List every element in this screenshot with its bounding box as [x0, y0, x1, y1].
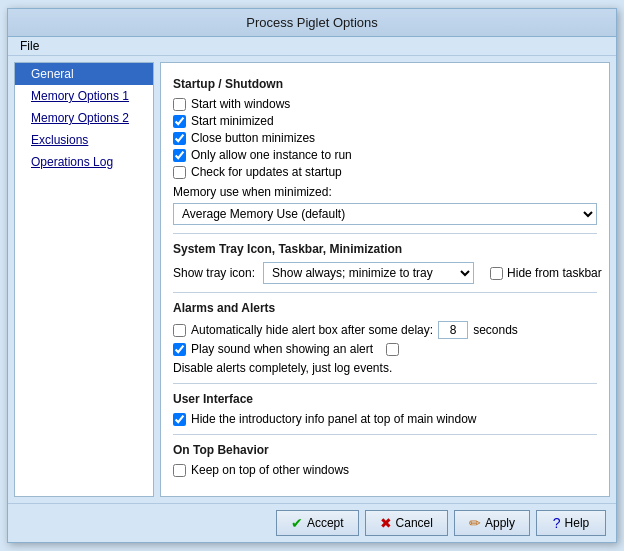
close-button-minimizes-label[interactable]: Close button minimizes: [191, 131, 315, 145]
cancel-label: Cancel: [396, 516, 433, 530]
disable-alerts-checkbox[interactable]: [386, 343, 399, 356]
main-panel: Startup / Shutdown Start with windows St…: [160, 62, 610, 497]
help-label: Help: [565, 516, 590, 530]
memory-use-label: Memory use when minimized:: [173, 185, 597, 199]
check-for-updates-checkbox[interactable]: [173, 166, 186, 179]
only-one-instance-label[interactable]: Only allow one instance to run: [191, 148, 352, 162]
start-minimized-checkbox[interactable]: [173, 115, 186, 128]
checkbox-row-one-instance: Only allow one instance to run: [173, 148, 597, 162]
menu-bar: File: [8, 37, 616, 56]
checkbox-row-check-updates: Check for updates at startup: [173, 165, 597, 179]
menu-file[interactable]: File: [14, 37, 45, 55]
sidebar-item-exclusions[interactable]: Exclusions: [15, 129, 153, 151]
help-button[interactable]: ? Help: [536, 510, 606, 536]
dialog: Process Piglet Options File General Memo…: [7, 8, 617, 543]
checkbox-row-close-button: Close button minimizes: [173, 131, 597, 145]
show-tray-icon-label: Show tray icon:: [173, 266, 255, 280]
disable-alerts-label[interactable]: Disable alerts completely, just log even…: [173, 361, 392, 375]
check-for-updates-label[interactable]: Check for updates at startup: [191, 165, 342, 179]
tray-icon-select[interactable]: Show always; minimize to tray Show alway…: [263, 262, 474, 284]
close-button-minimizes-checkbox[interactable]: [173, 132, 186, 145]
title-bar: Process Piglet Options: [8, 9, 616, 37]
hide-taskbar-row: Hide from taskbar: [490, 266, 597, 280]
system-tray-title: System Tray Icon, Taskbar, Minimization: [173, 242, 597, 256]
sidebar-item-general[interactable]: General: [15, 63, 153, 85]
checkbox-row-start-with-windows: Start with windows: [173, 97, 597, 111]
cancel-button[interactable]: ✖ Cancel: [365, 510, 448, 536]
keep-on-top-row: Keep on top of other windows: [173, 463, 597, 477]
apply-icon: ✏: [469, 515, 481, 531]
keep-on-top-label[interactable]: Keep on top of other windows: [191, 463, 349, 477]
auto-hide-checkbox[interactable]: [173, 324, 186, 337]
apply-label: Apply: [485, 516, 515, 530]
apply-button[interactable]: ✏ Apply: [454, 510, 530, 536]
accept-label: Accept: [307, 516, 344, 530]
divider-1: [173, 233, 597, 234]
auto-hide-row: Automatically hide alert box after some …: [173, 321, 597, 339]
sidebar-item-operations-log[interactable]: Operations Log: [15, 151, 153, 173]
hide-from-taskbar-checkbox[interactable]: [490, 267, 503, 280]
sidebar-item-memory-options-1[interactable]: Memory Options 1: [15, 85, 153, 107]
on-top-title: On Top Behavior: [173, 443, 597, 457]
sidebar-item-memory-options-2[interactable]: Memory Options 2: [15, 107, 153, 129]
divider-2: [173, 292, 597, 293]
bottom-bar: ✔ Accept ✖ Cancel ✏ Apply ? Help: [8, 503, 616, 542]
content-area: General Memory Options 1 Memory Options …: [8, 56, 616, 503]
play-sound-checkbox[interactable]: [173, 343, 186, 356]
auto-hide-label[interactable]: Automatically hide alert box after some …: [191, 323, 433, 337]
accept-button[interactable]: ✔ Accept: [276, 510, 359, 536]
tray-row: Show tray icon: Show always; minimize to…: [173, 262, 597, 284]
startup-shutdown-title: Startup / Shutdown: [173, 77, 597, 91]
cancel-icon: ✖: [380, 515, 392, 531]
keep-on-top-checkbox[interactable]: [173, 464, 186, 477]
seconds-input[interactable]: [438, 321, 468, 339]
memory-use-dropdown-row: Average Memory Use (default) Minimum Mem…: [173, 203, 597, 225]
checkbox-row-start-minimized: Start minimized: [173, 114, 597, 128]
hide-intro-checkbox[interactable]: [173, 413, 186, 426]
hide-from-taskbar-label[interactable]: Hide from taskbar: [507, 266, 602, 280]
play-sound-label[interactable]: Play sound when showing an alert: [191, 342, 373, 356]
hide-intro-row: Hide the introductory info panel at top …: [173, 412, 597, 426]
memory-use-select[interactable]: Average Memory Use (default) Minimum Mem…: [173, 203, 597, 225]
start-minimized-label[interactable]: Start minimized: [191, 114, 274, 128]
seconds-label: seconds: [473, 323, 518, 337]
alarms-title: Alarms and Alerts: [173, 301, 597, 315]
hide-intro-label[interactable]: Hide the introductory info panel at top …: [191, 412, 477, 426]
sidebar: General Memory Options 1 Memory Options …: [14, 62, 154, 497]
dialog-title: Process Piglet Options: [246, 15, 378, 30]
divider-4: [173, 434, 597, 435]
start-with-windows-label[interactable]: Start with windows: [191, 97, 290, 111]
help-icon: ?: [553, 515, 561, 531]
divider-3: [173, 383, 597, 384]
only-one-instance-checkbox[interactable]: [173, 149, 186, 162]
user-interface-title: User Interface: [173, 392, 597, 406]
accept-icon: ✔: [291, 515, 303, 531]
play-sound-row: Play sound when showing an alert Disable…: [173, 342, 597, 375]
start-with-windows-checkbox[interactable]: [173, 98, 186, 111]
